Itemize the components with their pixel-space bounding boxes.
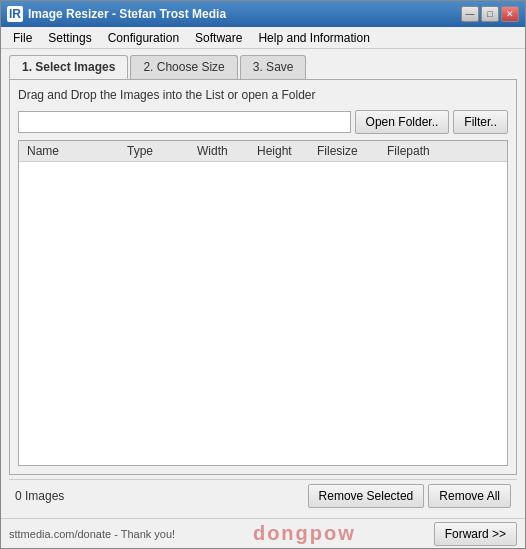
menu-configuration[interactable]: Configuration [100,29,187,47]
close-button[interactable]: ✕ [501,6,519,22]
menu-bar: File Settings Configuration Software Hel… [1,27,525,49]
toolbar-row: Open Folder.. Filter.. [18,110,508,134]
watermark: dongpow [253,522,356,545]
maximize-button[interactable]: □ [481,6,499,22]
tab-content: Drag and Drop the Images into the List o… [9,79,517,475]
menu-file[interactable]: File [5,29,40,47]
remove-all-button[interactable]: Remove All [428,484,511,508]
header-filesize: Filesize [313,144,383,158]
header-filepath: Filepath [383,144,503,158]
header-height: Height [253,144,313,158]
image-count: 0 Images [15,489,64,503]
path-input[interactable] [18,111,351,133]
open-folder-button[interactable]: Open Folder.. [355,110,450,134]
minimize-button[interactable]: — [461,6,479,22]
main-window: IR Image Resizer - Stefan Trost Media — … [0,0,526,549]
remove-selected-button[interactable]: Remove Selected [308,484,425,508]
tab-choose-size[interactable]: 2. Choose Size [130,55,237,79]
tab-select-images[interactable]: 1. Select Images [9,55,128,79]
window-title: Image Resizer - Stefan Trost Media [28,7,226,21]
status-bar: 0 Images Remove Selected Remove All [9,479,517,512]
menu-help[interactable]: Help and Information [250,29,377,47]
app-icon: IR [7,6,23,22]
title-bar: IR Image Resizer - Stefan Trost Media — … [1,1,525,27]
title-bar-left: IR Image Resizer - Stefan Trost Media [7,6,226,22]
header-width: Width [193,144,253,158]
header-name: Name [23,144,123,158]
content-area: 1. Select Images 2. Choose Size 3. Save … [1,49,525,518]
bottom-bar: sttmedia.com/donate - Thank you! dongpow… [1,518,525,548]
tab-bar: 1. Select Images 2. Choose Size 3. Save [9,55,517,79]
menu-software[interactable]: Software [187,29,250,47]
list-header: Name Type Width Height Filesize Filepath [19,141,507,162]
tab-save[interactable]: 3. Save [240,55,307,79]
header-type: Type [123,144,193,158]
menu-settings[interactable]: Settings [40,29,99,47]
list-body [19,162,507,465]
forward-button[interactable]: Forward >> [434,522,517,546]
status-buttons: Remove Selected Remove All [308,484,511,508]
file-list[interactable]: Name Type Width Height Filesize Filepath [18,140,508,466]
title-controls: — □ ✕ [461,6,519,22]
donate-text: sttmedia.com/donate - Thank you! [9,528,175,540]
filter-button[interactable]: Filter.. [453,110,508,134]
hint-text: Drag and Drop the Images into the List o… [18,88,508,102]
